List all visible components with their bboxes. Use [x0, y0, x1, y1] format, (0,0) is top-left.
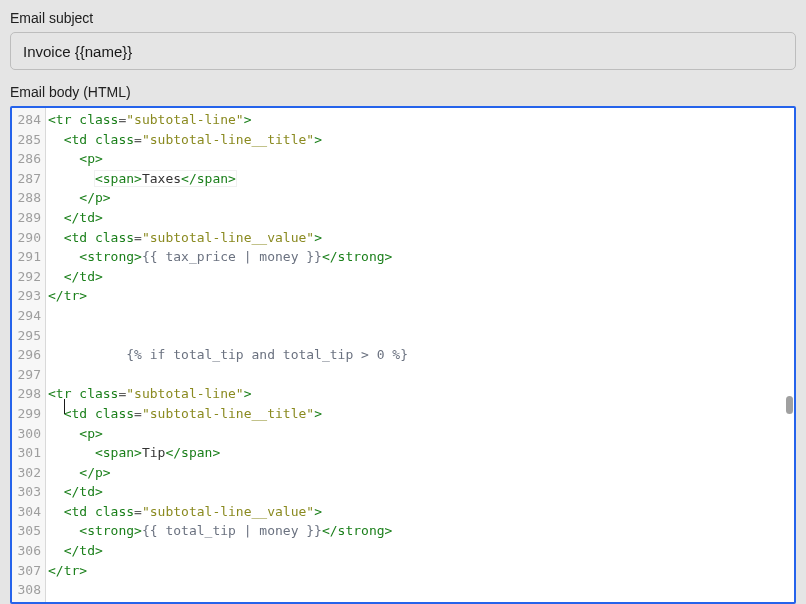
body-label: Email body (HTML) [10, 84, 796, 100]
editor-code-area[interactable]: <tr class="subtotal-line"> <td class="su… [46, 108, 794, 602]
editor-scrollbar-track[interactable] [784, 108, 794, 602]
editor-gutter: 2842852862872882892902912922932942952962… [12, 108, 46, 602]
page-root: Email subject Email body (HTML) 28428528… [0, 0, 806, 604]
editor-scrollbar-thumb[interactable] [786, 396, 793, 414]
email-body-editor[interactable]: 2842852862872882892902912922932942952962… [10, 106, 796, 604]
email-subject-input[interactable] [10, 32, 796, 70]
subject-label: Email subject [10, 10, 796, 26]
